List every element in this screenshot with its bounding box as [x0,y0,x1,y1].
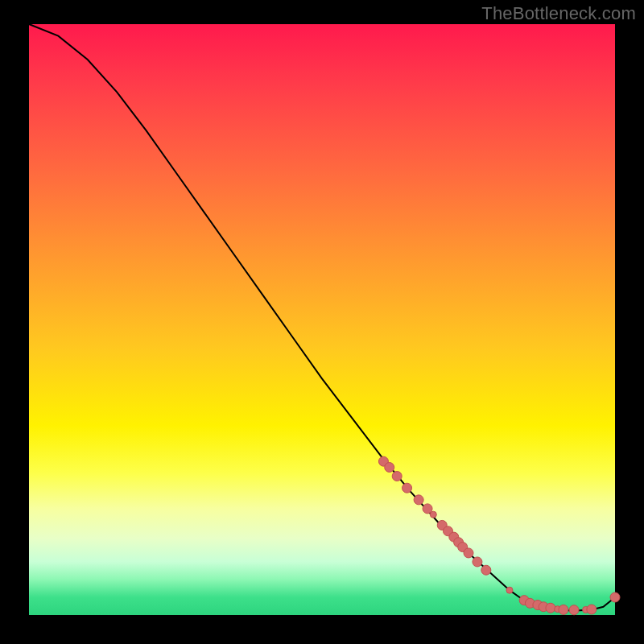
data-dot [402,483,412,493]
chart-svg [29,24,615,615]
data-dot [481,565,491,575]
data-dot [464,548,473,558]
data-dot [506,587,513,593]
data-dot [473,557,482,567]
data-dot [559,605,568,614]
data-dot [414,495,423,505]
curve-line [29,24,615,610]
data-dot [569,605,579,615]
chart-container: TheBottleneck.com [0,0,644,644]
watermark-text: TheBottleneck.com [481,3,636,24]
data-dot [392,472,402,481]
data-dot [430,511,436,518]
data-dot [385,463,394,473]
dots-group [378,456,620,615]
data-dot [610,592,620,602]
data-dot [587,605,597,614]
data-dot [546,603,555,613]
